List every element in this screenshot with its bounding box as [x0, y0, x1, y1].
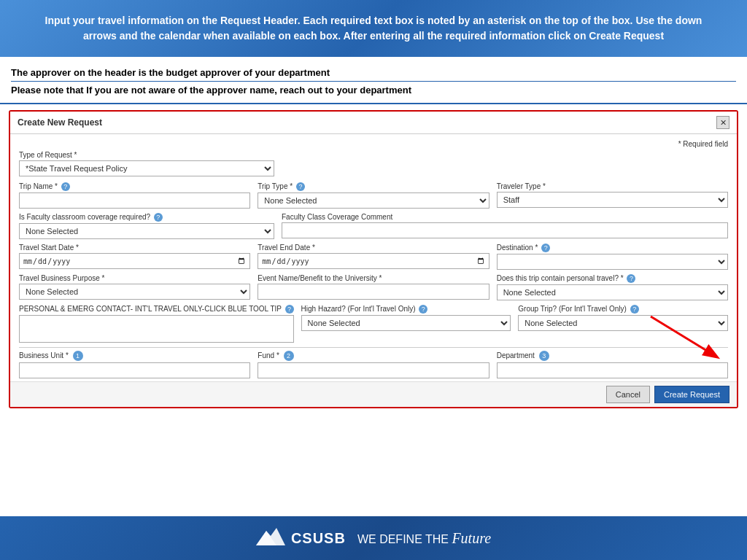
high-hazard-label: High Hazard? (For Int'l Travel Only) ? — [301, 305, 511, 314]
modal-header: Create New Request ✕ — [10, 112, 737, 134]
business-row: Travel Business Purpose * None Selected … — [19, 274, 728, 300]
type-of-request-label: Type of Request * — [19, 151, 274, 159]
emergency-row: PERSONAL & EMERG CONTACT- INT'L TRAVEL O… — [19, 305, 728, 343]
travel-business-group: Travel Business Purpose * None Selected — [19, 274, 250, 300]
personal-travel-group: Does this trip contain personal travel? … — [497, 274, 728, 300]
notice-line-1: The approver on the header is the budget… — [11, 64, 736, 82]
event-name-group: Event Name/Benefit to the University * — [258, 274, 489, 300]
group-trip-select[interactable]: None Selected — [518, 315, 728, 331]
travel-end-label: Travel End Date * — [258, 244, 489, 252]
csusb-text: CSUSB — [291, 530, 346, 547]
faculty-comment-group: Faculty Class Coverage Comment — [282, 213, 728, 238]
emergency-contact-help-icon[interactable]: ? — [285, 305, 294, 314]
trip-type-group: Trip Type * ? None Selected — [258, 182, 489, 209]
department-group: Department 3 — [497, 351, 728, 378]
high-hazard-select[interactable]: None Selected — [301, 315, 511, 331]
cancel-button[interactable]: Cancel — [606, 386, 650, 403]
trip-name-group: Trip Name * ? — [19, 182, 250, 209]
traveler-type-label: Traveler Type * — [497, 182, 728, 190]
personal-travel-select[interactable]: None Selected — [497, 284, 728, 300]
travel-business-label: Travel Business Purpose * — [19, 274, 250, 282]
emergency-contact-group: PERSONAL & EMERG CONTACT- INT'L TRAVEL O… — [19, 305, 294, 343]
modal-title: Create New Request — [18, 117, 102, 128]
department-label: Department 3 — [497, 351, 728, 361]
bottom-footer: CSUSB WE DEFINE THE Future — [0, 516, 747, 560]
trip-type-label: Trip Type * ? — [258, 182, 489, 191]
travel-start-label: Travel Start Date * — [19, 244, 250, 252]
trip-type-select[interactable]: None Selected — [258, 192, 489, 209]
business-unit-label: Business Unit * 1 — [19, 351, 250, 361]
department-counter: 3 — [539, 351, 549, 361]
destination-group: Destination * ? — [497, 244, 728, 270]
trip-name-input[interactable] — [19, 192, 250, 209]
department-input[interactable] — [497, 362, 728, 378]
faculty-comment-input[interactable] — [282, 222, 728, 238]
personal-travel-help-icon[interactable]: ? — [627, 274, 635, 283]
modal-body: * Required field Type of Request * *Stat… — [10, 134, 737, 381]
travel-end-group: Travel End Date * — [258, 244, 489, 269]
top-banner-text: Input your travel information on the Req… — [45, 15, 703, 42]
trip-name-help-icon[interactable]: ? — [61, 182, 70, 191]
type-of-request-select[interactable]: *State Travel Request Policy — [19, 160, 274, 176]
business-unit-counter: 1 — [73, 351, 83, 361]
required-field-note: * Required field — [19, 139, 728, 151]
business-unit-input[interactable] — [19, 362, 250, 378]
travel-end-input[interactable] — [258, 253, 489, 269]
travel-start-input[interactable] — [19, 253, 250, 269]
footer-logo: CSUSB — [256, 525, 346, 551]
travel-business-select[interactable]: None Selected — [19, 284, 250, 300]
destination-help-icon[interactable]: ? — [541, 244, 550, 252]
destination-label: Destination * ? — [497, 244, 728, 252]
traveler-type-group: Traveler Type * Staff — [497, 182, 728, 208]
fund-label: Fund * 2 — [258, 351, 489, 361]
fund-input[interactable] — [258, 362, 489, 378]
fund-counter: 2 — [284, 351, 294, 361]
event-name-label: Event Name/Benefit to the University * — [258, 274, 489, 282]
modal-footer: Cancel Create Request — [10, 381, 737, 407]
high-hazard-group: High Hazard? (For Int'l Travel Only) ? N… — [301, 305, 511, 331]
faculty-coverage-label: Is Faculty classroom coverage required? … — [19, 213, 274, 222]
top-banner: Input your travel information on the Req… — [0, 0, 747, 57]
high-hazard-help-icon[interactable]: ? — [419, 305, 427, 314]
type-of-request-section: Type of Request * *State Travel Request … — [19, 151, 728, 176]
emergency-contact-label: PERSONAL & EMERG CONTACT- INT'L TRAVEL O… — [19, 305, 294, 314]
emergency-contact-textarea[interactable] — [19, 315, 294, 343]
footer-slogan: WE DEFINE THE Future — [357, 530, 491, 547]
personal-travel-label: Does this trip contain personal travel? … — [497, 274, 728, 283]
trip-row: Trip Name * ? Trip Type * ? None Selecte… — [19, 182, 728, 209]
faculty-row: Is Faculty classroom coverage required? … — [19, 213, 728, 239]
group-trip-help-icon[interactable]: ? — [630, 305, 639, 314]
bottom-fields-row: Business Unit * 1 Fund * 2 Department 3 — [19, 347, 728, 378]
travel-start-group: Travel Start Date * — [19, 244, 250, 269]
destination-select[interactable] — [497, 254, 728, 270]
business-unit-group: Business Unit * 1 — [19, 351, 250, 378]
notice-area: The approver on the header is the budget… — [0, 57, 747, 104]
faculty-coverage-group: Is Faculty classroom coverage required? … — [19, 213, 274, 239]
dates-row: Travel Start Date * Travel End Date * De… — [19, 244, 728, 270]
group-trip-group: Group Trip? (For Int'l Travel Only) ? No… — [518, 305, 728, 331]
close-button[interactable]: ✕ — [716, 116, 729, 129]
trip-type-help-icon[interactable]: ? — [296, 182, 305, 191]
traveler-type-select[interactable]: Staff — [497, 192, 728, 208]
group-trip-label: Group Trip? (For Int'l Travel Only) ? — [518, 305, 728, 314]
faculty-coverage-select[interactable]: None Selected — [19, 223, 274, 239]
event-name-input[interactable] — [258, 284, 489, 300]
faculty-coverage-help-icon[interactable]: ? — [154, 213, 163, 222]
faculty-comment-label: Faculty Class Coverage Comment — [282, 213, 728, 221]
create-request-button[interactable]: Create Request — [654, 386, 729, 403]
create-request-modal: Create New Request ✕ * Required field Ty… — [9, 110, 738, 408]
mountain-icon — [256, 525, 285, 551]
trip-name-label: Trip Name * ? — [19, 182, 250, 191]
fund-group: Fund * 2 — [258, 351, 489, 378]
notice-line-2: Please note that If you are not aware of… — [11, 82, 736, 98]
